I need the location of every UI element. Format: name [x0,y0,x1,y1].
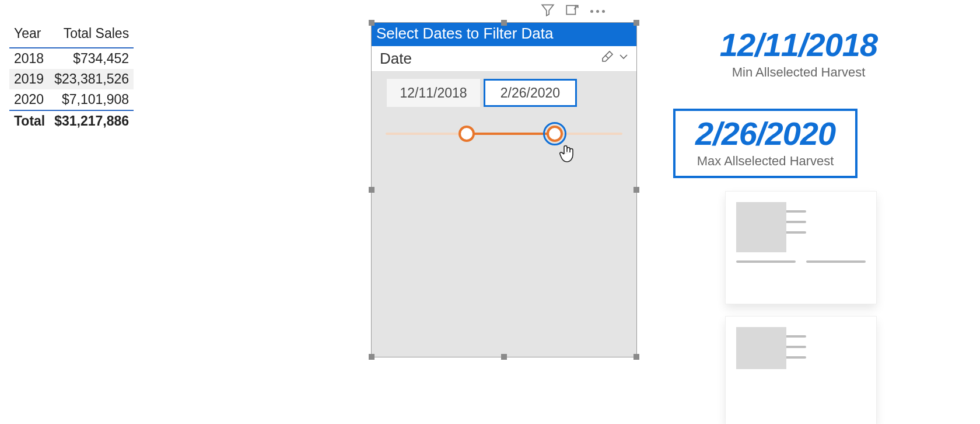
table-row[interactable]: 2018 $734,452 [9,48,134,69]
max-date-caption: Max Allselected Harvest [695,154,835,169]
cursor-hand-icon [558,143,577,168]
resize-handle[interactable] [634,187,639,193]
placeholder-block [736,327,786,369]
placeholder-line [736,260,796,263]
resize-handle[interactable] [369,187,374,193]
visual-placeholder[interactable] [726,192,876,304]
max-date-value: 2/26/2020 [695,117,835,151]
slider-end-thumb[interactable] [547,126,563,142]
cell-year: 2019 [9,69,50,89]
table-header-row: Year Total Sales [9,23,134,48]
slicer-title: Select Dates to Filter Data [372,23,636,46]
col-total-sales[interactable]: Total Sales [50,23,134,48]
col-year[interactable]: Year [9,23,50,48]
slicer-field-header: Date [372,46,636,72]
cell-sales: $23,381,526 [50,69,134,89]
resize-handle[interactable] [369,20,374,26]
cell-sales: $7,101,908 [50,89,134,110]
cell-year: 2020 [9,89,50,110]
cell-total-value: $31,217,886 [50,110,134,131]
more-options-icon[interactable] [589,10,606,13]
resize-handle[interactable] [634,20,639,26]
slicer-field-label: Date [380,50,412,68]
eraser-icon[interactable] [600,50,614,68]
cell-sales: $734,452 [50,48,134,69]
end-date-input[interactable]: 2/26/2020 [484,79,577,107]
min-date-caption: Min Allselected Harvest [691,65,907,80]
resize-handle[interactable] [501,20,507,26]
visual-header-icons [540,2,606,20]
svg-rect-0 [566,5,575,14]
slider-start-thumb[interactable] [459,126,475,142]
filter-icon[interactable] [540,2,555,20]
min-date-value: 12/11/2018 [691,28,907,62]
table-row[interactable]: 2020 $7,101,908 [9,89,134,110]
cell-total-label: Total [9,110,50,131]
placeholder-line [806,260,866,263]
chevron-down-icon[interactable] [617,50,631,68]
start-date-input[interactable]: 12/11/2018 [387,79,480,107]
resize-handle[interactable] [369,354,374,360]
date-slicer-visual[interactable]: Select Dates to Filter Data Date 12/11/2… [371,22,637,357]
visual-placeholder[interactable] [726,317,876,424]
table-total-row: Total $31,217,886 [9,110,134,131]
min-date-card[interactable]: 12/11/2018 Min Allselected Harvest [691,28,907,80]
focus-mode-icon[interactable] [565,2,580,20]
slicer-date-inputs: 12/11/2018 2/26/2020 [372,72,636,107]
max-date-card[interactable]: 2/26/2020 Max Allselected Harvest [673,109,858,178]
date-range-slider[interactable] [386,124,622,145]
sales-table[interactable]: Year Total Sales 2018 $734,452 2019 $23,… [9,23,134,131]
slider-active-track [467,133,555,135]
cell-year: 2018 [9,48,50,69]
resize-handle[interactable] [634,354,639,360]
table-row[interactable]: 2019 $23,381,526 [9,69,134,89]
placeholder-block [736,202,786,252]
resize-handle[interactable] [501,354,507,360]
